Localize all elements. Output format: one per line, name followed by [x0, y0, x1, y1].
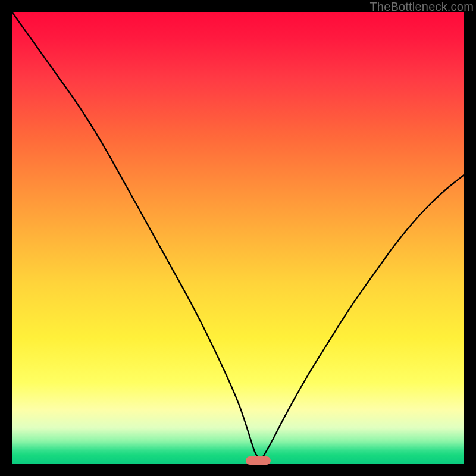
minimum-marker	[246, 456, 271, 465]
bottleneck-curve	[12, 12, 464, 458]
plot-area	[12, 12, 464, 464]
chart-frame: TheBottleneck.com	[0, 0, 476, 476]
curve-layer	[12, 12, 464, 464]
